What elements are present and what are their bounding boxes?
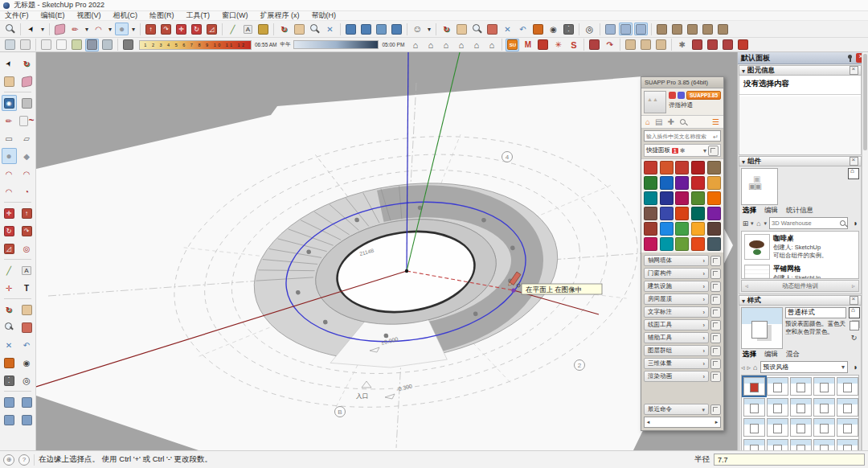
style-thumbnail[interactable] bbox=[767, 398, 788, 417]
suapp-menu-item[interactable]: 房间屋顶 bbox=[644, 294, 709, 305]
gear-icon[interactable] bbox=[680, 147, 686, 154]
rectangle-icon[interactable] bbox=[2, 130, 17, 146]
section-outer-icon[interactable] bbox=[19, 412, 35, 428]
warehouse-nav-icon[interactable] bbox=[850, 363, 859, 372]
scroll-left-icon[interactable] bbox=[645, 419, 652, 425]
plugin-icon[interactable] bbox=[660, 237, 674, 251]
style-thumbnail[interactable] bbox=[813, 418, 835, 437]
style-collection-dropdown[interactable]: 预设风格 bbox=[760, 361, 849, 373]
line-icon[interactable] bbox=[2, 113, 17, 129]
zoom-previous-icon[interactable] bbox=[19, 337, 35, 353]
style-thumbnail[interactable] bbox=[790, 418, 812, 437]
zoom-previous-icon[interactable] bbox=[516, 23, 530, 35]
suapp-menu-item[interactable]: 门窗构件 bbox=[644, 268, 709, 279]
popout-icon[interactable] bbox=[710, 333, 721, 343]
suapp-menu-item[interactable]: 文字标注 bbox=[644, 306, 709, 318]
close-icon[interactable] bbox=[850, 296, 858, 305]
update-style-icon[interactable] bbox=[851, 333, 858, 342]
wireframe-icon[interactable] bbox=[39, 39, 53, 51]
house-5-icon[interactable] bbox=[469, 39, 483, 51]
pie-icon[interactable] bbox=[19, 183, 35, 199]
scrollbar-thumb[interactable] bbox=[863, 54, 867, 150]
sandbox-from-contours-icon[interactable] bbox=[655, 23, 669, 35]
plugin-icon[interactable] bbox=[691, 191, 705, 205]
suapp-menu-item[interactable]: 辅助工具 bbox=[644, 332, 709, 343]
scroll-right-icon[interactable] bbox=[713, 419, 720, 425]
style-thumbnail[interactable] bbox=[837, 377, 858, 396]
plugin-icon[interactable] bbox=[675, 237, 689, 251]
house-2-icon[interactable] bbox=[424, 39, 437, 51]
component-list-item[interactable]: 咖啡桌创建人: SketchUp可组合组件的实例。 bbox=[742, 232, 858, 262]
geolocation-icon[interactable] bbox=[3, 454, 14, 466]
popout-icon[interactable] bbox=[710, 372, 721, 382]
recent-commands-button[interactable]: 最近命令 bbox=[644, 404, 709, 415]
popout-icon[interactable] bbox=[710, 320, 721, 330]
style-thumbnail[interactable] bbox=[837, 418, 858, 437]
suapp-basic-icon[interactable] bbox=[506, 39, 519, 51]
rotate-icon[interactable] bbox=[190, 23, 203, 35]
zoom-icon[interactable] bbox=[308, 23, 321, 35]
knob-1-icon[interactable] bbox=[690, 39, 704, 51]
house-3-icon[interactable] bbox=[439, 39, 452, 51]
suapp-title[interactable]: SUAPP Pro 3.85 (64bit) bbox=[641, 77, 723, 88]
caret-icon[interactable] bbox=[84, 23, 90, 35]
dimension-icon[interactable] bbox=[19, 262, 35, 278]
measurement-box[interactable]: 7.7 bbox=[714, 454, 865, 466]
gear-plugin-icon[interactable] bbox=[675, 39, 689, 51]
panel-3-icon[interactable] bbox=[654, 39, 668, 51]
curve-plugin-icon[interactable] bbox=[603, 39, 616, 51]
plugin-icon[interactable] bbox=[660, 191, 674, 205]
circle-icon[interactable] bbox=[2, 148, 17, 164]
style-thumbnail[interactable] bbox=[790, 377, 812, 396]
zoom-extents-2-icon[interactable] bbox=[501, 23, 514, 35]
chevron-down-icon[interactable] bbox=[703, 147, 706, 154]
plugin-icon[interactable] bbox=[644, 222, 657, 236]
page-right-icon[interactable] bbox=[849, 282, 858, 289]
plugin-icon[interactable] bbox=[707, 161, 721, 174]
tab-select[interactable]: 选择 bbox=[743, 350, 756, 359]
zoom-2-icon[interactable] bbox=[470, 23, 484, 35]
follow-me-icon[interactable] bbox=[19, 223, 35, 239]
suapp-menu-item[interactable]: 线面工具 bbox=[644, 319, 709, 330]
caret-icon[interactable] bbox=[426, 23, 432, 35]
tray-header[interactable]: 默认面板 bbox=[738, 52, 868, 64]
section-plane-icon[interactable] bbox=[2, 394, 17, 410]
entity-info-header[interactable]: 图元信息 bbox=[739, 65, 862, 76]
shadow-time-slider[interactable] bbox=[293, 40, 379, 49]
menu-camera[interactable]: 相机(C) bbox=[113, 10, 138, 21]
plugin-icon[interactable] bbox=[644, 191, 657, 205]
menu-draw[interactable]: 绘图(R) bbox=[149, 10, 174, 21]
menu-help[interactable]: 帮助(H) bbox=[312, 10, 337, 21]
suapp-menu-item[interactable]: 三维体量 bbox=[644, 358, 709, 369]
style-thumbnail[interactable] bbox=[743, 418, 765, 437]
popout-icon[interactable] bbox=[710, 359, 721, 369]
sandbox-smoove-icon[interactable] bbox=[686, 23, 699, 35]
pan-icon[interactable] bbox=[293, 23, 306, 35]
plugin-icon[interactable] bbox=[660, 222, 674, 236]
zoom-window-icon[interactable] bbox=[19, 319, 35, 335]
style-thumbnail[interactable] bbox=[767, 377, 788, 396]
top-view-icon[interactable] bbox=[634, 23, 648, 35]
arc-icon[interactable] bbox=[2, 166, 17, 182]
knob-3-icon[interactable] bbox=[721, 39, 735, 51]
plugin-search-input[interactable] bbox=[645, 133, 713, 139]
iso-view-icon[interactable] bbox=[604, 23, 617, 35]
trimble-connect-icon[interactable] bbox=[375, 23, 388, 35]
two-point-arc-icon[interactable] bbox=[19, 166, 35, 182]
push-pull-icon[interactable] bbox=[19, 205, 35, 221]
plugin-icon[interactable] bbox=[691, 237, 705, 251]
3d-warehouse-icon[interactable] bbox=[344, 23, 358, 35]
plugin-icon[interactable] bbox=[644, 176, 657, 190]
home-tab-icon[interactable] bbox=[645, 116, 650, 128]
orbit-icon[interactable] bbox=[277, 23, 291, 35]
house-6-icon[interactable] bbox=[485, 39, 498, 51]
styles-header[interactable]: 样式 bbox=[739, 295, 862, 306]
page-left-icon[interactable] bbox=[742, 282, 751, 289]
scale-icon[interactable] bbox=[2, 240, 17, 257]
warehouse-nav-icon[interactable] bbox=[850, 219, 859, 228]
push-pull-icon[interactable] bbox=[144, 23, 158, 35]
menu-extensions[interactable]: 扩展程序 (x) bbox=[260, 10, 300, 21]
user-account-icon[interactable] bbox=[411, 23, 424, 35]
plugin-icon[interactable] bbox=[691, 161, 705, 174]
scale-icon[interactable] bbox=[205, 23, 219, 35]
